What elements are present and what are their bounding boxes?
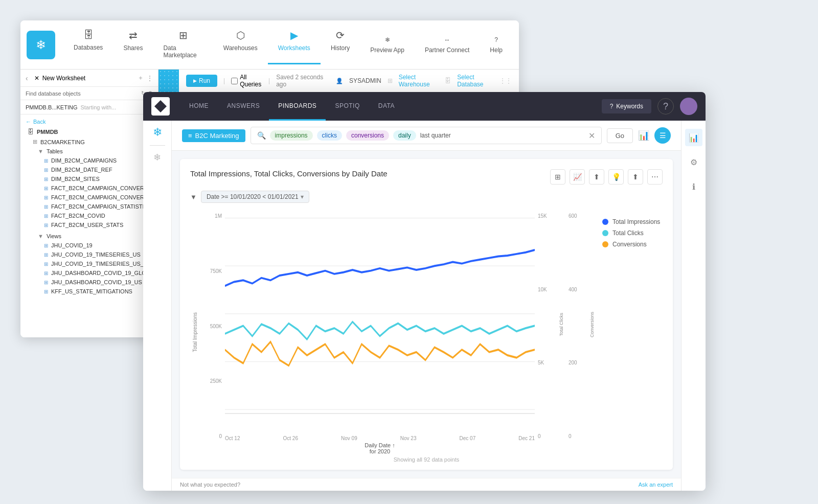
sf-nav-worksheets[interactable]: ▶ Worksheets <box>268 25 321 64</box>
sf-nav-warehouses[interactable]: ⬡ Warehouses <box>213 25 268 64</box>
all-queries-input[interactable] <box>231 78 238 84</box>
ts-chart-x-title: Daily Date ↑ for 2020 <box>225 442 535 454</box>
sf-editor-toolbar: Run | All Queries | Saved 2 seconds ago … <box>179 70 519 93</box>
ts-filter-bar: ▼ Date >= 10/01/2020 < 01/01/2021 <box>190 191 663 203</box>
ts-logo <box>151 97 170 116</box>
help-button[interactable]: ? <box>657 98 674 114</box>
tree-table-fact-statistics[interactable]: ⊞ FACT_B2CM_CAMPAIGN_STATISTICS <box>20 202 158 211</box>
tree-view-jhu-covid[interactable]: ⊞ JHU_COVID_19 <box>20 241 158 250</box>
user-label: SYSADMIN <box>349 77 381 84</box>
sf-nav-shares[interactable]: ⇄ Shares <box>113 25 153 64</box>
warehouse-btn[interactable]: Select Warehouse <box>399 74 439 88</box>
sf-help[interactable]: ? Help <box>480 32 513 58</box>
chart-type-icon[interactable]: 📊 <box>638 130 649 141</box>
sf-preview-app[interactable]: ❄ Preview App <box>360 32 415 58</box>
ts-chart-svg-wrapper: Total Impressions 1M 750K 500K 250K 0 <box>190 210 663 454</box>
ts-nav-answers[interactable]: ANSWERS <box>218 92 269 121</box>
tree-views-section[interactable]: ▼ Views <box>20 232 158 241</box>
ask-expert-link[interactable]: Ask an expert <box>639 482 673 488</box>
close-worksheet-icon[interactable]: ✕ <box>34 75 39 82</box>
tree-view-kff-mitigations[interactable]: ⊞ KFF_US_STATE_MITIGATIONS <box>20 287 158 296</box>
database-btn[interactable]: Select Database <box>457 74 493 88</box>
table-icon: ⊞ <box>44 213 48 219</box>
table-icon: ⊞ <box>44 167 48 173</box>
ts-snowflake-top-icon: ❄ <box>153 126 162 139</box>
tree-view-jhu-dashboard-global[interactable]: ⊞ JHU_DASHBOARD_COVID_19_GLOBAL <box>20 268 158 278</box>
ts-nav-home[interactable]: HOME <box>180 92 218 121</box>
ts-nav-spotiq[interactable]: SPOTIQ <box>326 92 369 121</box>
ts-right-chart-icon[interactable]: 📊 <box>685 129 702 146</box>
keywords-button[interactable]: ? Keywords <box>602 99 651 113</box>
tree-view-jhu-dashboard-us[interactable]: ⊞ JHU_DASHBOARD_COVID_19_US <box>20 278 158 287</box>
tree-table-dim-campaigns[interactable]: ⊞ DIM_B2CM_CAMPAIGNS <box>20 156 158 165</box>
ts-right-settings-icon[interactable]: ⚙ <box>685 153 702 171</box>
ts-nav-links: HOME ANSWERS PINBOARDS SPOTIQ DATA <box>180 92 602 121</box>
add-worksheet-btn[interactable]: ＋ <box>138 74 144 82</box>
tree-table-fact-conversion2[interactable]: ⊞ FACT_B2CM_CAMPAIGN_CONVERSIO... <box>20 193 158 202</box>
ts-right-info-icon[interactable]: ℹ <box>685 178 702 195</box>
legend-item-impressions: Total Impressions <box>602 218 663 225</box>
pinboard-badge[interactable]: ≡ B2C Marketing <box>182 129 245 142</box>
tree-view-jhu-timeseries-us-ref[interactable]: ⊞ JHU_COVID_19_TIMESERIES_US_REF <box>20 259 158 268</box>
share-btn[interactable]: ⬆ <box>628 169 643 185</box>
upload-btn[interactable]: ⬆ <box>589 169 604 185</box>
clear-search-btn[interactable]: ✕ <box>588 131 595 141</box>
ts-nav-pinboards[interactable]: PINBOARDS <box>269 92 326 121</box>
sf-sidebar: ‹ ✕ New Worksheet ＋ ⋮ Find database obje… <box>20 70 158 337</box>
saved-label: Saved 2 seconds ago <box>276 74 324 88</box>
chip-conversions[interactable]: conversions <box>346 130 389 141</box>
sf-nav-history[interactable]: ⟳ History <box>321 25 360 64</box>
tables-expand-icon: ▼ <box>38 148 43 154</box>
line-chart-btn[interactable]: 📈 <box>570 169 585 185</box>
user-icon: 👤 <box>336 78 343 84</box>
all-queries-checkbox[interactable]: All Queries <box>231 74 262 88</box>
ts-chart-right-axes: 15K 10K 5K 0 Total Clicks 600 400 200 <box>535 210 596 454</box>
ts-nav-data[interactable]: DATA <box>369 92 404 121</box>
worksheet-menu-btn[interactable]: ⋮ <box>147 75 153 82</box>
toolbar-separator: | <box>223 77 225 84</box>
ts-snowflake-bottom-icon: ❄ <box>153 152 161 163</box>
databases-icon: 🗄 <box>83 29 94 41</box>
preview-app-icon: ❄ <box>385 36 390 43</box>
active-view-btn[interactable]: ☰ <box>654 127 671 144</box>
legend-dot-conversions <box>602 241 608 247</box>
chip-impressions[interactable]: impressions <box>270 130 313 141</box>
more-btn[interactable]: ⋯ <box>647 169 663 185</box>
chip-clicks[interactable]: clicks <box>317 130 342 141</box>
tree-db-pmmdb[interactable]: 🗄 PMMDB <box>20 127 158 137</box>
ts-answer-header: ≡ B2C Marketing 🔍 impressions clicks con… <box>172 121 681 151</box>
tree-table-fact-covid[interactable]: ⊞ FACT_B2CM_COVID <box>20 211 158 220</box>
sf-tree: ← Back 🗄 PMMDB ⊞ B2CMARKETING ▼ Tables <box>20 114 158 337</box>
table-icon: ⊞ <box>44 204 48 210</box>
sidebar-collapse-btn[interactable]: ‹ <box>26 74 28 82</box>
ts-chart-header: Total Impressions, Total Clicks, Convers… <box>190 169 663 185</box>
sf-nav-data-marketplace[interactable]: ⊞ Data Marketplace <box>153 25 213 64</box>
sf-logo: ❄ <box>27 31 55 59</box>
tree-table-fact-conversion1[interactable]: ⊞ FACT_B2CM_CAMPAIGN_CONVERSIO... <box>20 184 158 193</box>
ts-chart-left-axis: 1M 750K 500K 250K 0 <box>199 210 225 454</box>
shares-icon: ⇄ <box>129 29 138 41</box>
user-avatar[interactable] <box>680 98 697 115</box>
chip-last-quarter[interactable]: last quarter <box>420 132 451 139</box>
tree-view-jhu-timeseries-us[interactable]: ⊞ JHU_COVID_19_TIMESERIES_US <box>20 250 158 259</box>
chip-daily[interactable]: daily <box>393 130 416 141</box>
sf-partner-connect[interactable]: ↔ Partner Connect <box>415 32 480 58</box>
tree-tables-section[interactable]: ▼ Tables <box>20 147 158 156</box>
sf-nav-databases[interactable]: 🗄 Databases <box>63 25 113 64</box>
tree-table-dim-date-ref[interactable]: ⊞ DIM_B2CM_DATE_REF <box>20 165 158 174</box>
insights-btn[interactable]: 💡 <box>608 169 624 185</box>
date-filter-badge[interactable]: Date >= 10/01/2020 < 01/01/2021 <box>201 191 309 203</box>
ts-search-bar[interactable]: 🔍 impressions clicks conversions daily l… <box>251 127 602 144</box>
sf-nav-right: ❄ Preview App ↔ Partner Connect ? Help <box>360 32 513 58</box>
toolbar-sep3: ⊞ <box>388 77 393 84</box>
ts-right-panel: 📊 ⚙ ℹ <box>681 121 706 491</box>
tree-table-dim-sites[interactable]: ⊞ DIM_B2CM_SITES <box>20 174 158 184</box>
pinboard-icon: ≡ <box>188 132 192 140</box>
run-button[interactable]: Run <box>186 75 217 87</box>
table-view-btn[interactable]: ⊞ <box>550 169 565 185</box>
ts-left-sidebar: ❄ ❄ <box>143 121 172 491</box>
back-btn[interactable]: ← Back <box>20 117 158 127</box>
tree-schema-b2cmarketing[interactable]: ⊞ B2CMARKETING <box>20 137 158 147</box>
go-button[interactable]: Go <box>607 128 633 143</box>
tree-table-fact-user-stats[interactable]: ⊞ FACT_B2CM_USER_STATS <box>20 220 158 230</box>
